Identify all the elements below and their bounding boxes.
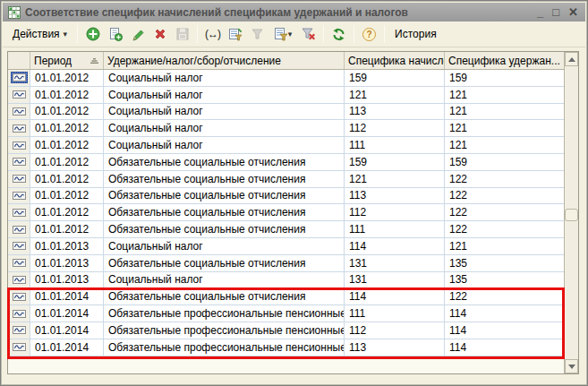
- minimize-button[interactable]: _: [537, 6, 543, 19]
- row-tax-name[interactable]: Обязательные социальные отчисления: [104, 188, 345, 204]
- row-icon-cell[interactable]: [8, 70, 30, 86]
- header-icon-column[interactable]: [8, 52, 30, 69]
- copy-button[interactable]: [104, 23, 126, 45]
- row-spec-deduction[interactable]: 121: [445, 87, 564, 103]
- row-spec-deduction[interactable]: 122: [445, 171, 564, 187]
- row-tax-name[interactable]: Социальный налог: [104, 238, 345, 254]
- table-row[interactable]: 01.01.2013 Обязательные социальные отчис…: [8, 255, 564, 272]
- row-spec-accrual[interactable]: 121: [345, 87, 445, 103]
- help-button[interactable]: ?: [358, 23, 380, 45]
- table-row[interactable]: 01.01.2012 Обязательные социальные отчис…: [8, 204, 564, 221]
- row-period[interactable]: 01.01.2014: [30, 339, 104, 356]
- actions-menu-button[interactable]: Действия ▾: [6, 23, 73, 45]
- row-spec-accrual[interactable]: 113: [345, 188, 445, 204]
- row-tax-name[interactable]: Обязательные профессиональные пенсионные…: [104, 322, 345, 339]
- table-row[interactable]: 01.01.2013 Социальный налог 131 135: [8, 272, 564, 289]
- row-icon-cell[interactable]: [8, 171, 30, 187]
- row-tax-name[interactable]: Социальный налог: [104, 120, 345, 136]
- clear-filter-button[interactable]: [297, 23, 320, 45]
- row-period[interactable]: 01.01.2014: [30, 288, 104, 305]
- row-tax-name[interactable]: Социальный налог: [104, 137, 345, 153]
- row-period[interactable]: 01.01.2012: [30, 87, 104, 103]
- row-tax-name[interactable]: Обязательные профессиональные пенсионные…: [104, 305, 345, 322]
- refresh-button[interactable]: [328, 23, 350, 45]
- row-icon-cell[interactable]: [8, 120, 30, 136]
- row-tax-name[interactable]: Социальный налог: [104, 87, 345, 103]
- row-icon-cell[interactable]: [8, 221, 30, 237]
- row-icon-cell[interactable]: [8, 288, 30, 305]
- header-tax-name[interactable]: Удержание/налог/сбор/отчисление: [104, 52, 345, 69]
- maximize-button[interactable]: □: [552, 6, 559, 19]
- row-icon-cell[interactable]: [8, 204, 30, 220]
- row-period[interactable]: 01.01.2012: [30, 137, 104, 153]
- row-spec-deduction[interactable]: 122: [445, 221, 564, 237]
- row-period[interactable]: 01.01.2012: [30, 154, 104, 170]
- row-tax-name[interactable]: Обязательные социальные отчисления: [104, 255, 345, 271]
- row-icon-cell[interactable]: [8, 238, 30, 254]
- filter-and-sort-button[interactable]: [224, 23, 246, 45]
- table-row[interactable]: 01.01.2014 Обязательные социальные отчис…: [8, 288, 564, 305]
- vertical-scrollbar[interactable]: [564, 52, 578, 373]
- row-spec-accrual[interactable]: 159: [345, 154, 445, 170]
- row-icon-cell[interactable]: [8, 339, 30, 356]
- row-period[interactable]: 01.01.2013: [30, 255, 104, 271]
- table-row[interactable]: 01.01.2012 Социальный налог 113 121: [8, 104, 564, 121]
- row-spec-deduction[interactable]: 121: [445, 238, 564, 254]
- row-tax-name[interactable]: Социальный налог: [104, 104, 345, 120]
- row-spec-deduction[interactable]: 114: [445, 339, 564, 356]
- row-spec-accrual[interactable]: 159: [345, 70, 445, 86]
- row-spec-accrual[interactable]: 112: [345, 120, 445, 136]
- row-spec-deduction[interactable]: 159: [445, 70, 564, 86]
- filter-list-button[interactable]: ▾: [268, 23, 297, 45]
- table-row[interactable]: 01.01.2012 Социальный налог 121 121: [8, 87, 564, 104]
- add-button[interactable]: [81, 23, 104, 45]
- row-spec-deduction[interactable]: 159: [445, 154, 564, 170]
- scrollbar-track[interactable]: [565, 221, 578, 359]
- row-spec-accrual[interactable]: 111: [345, 137, 445, 153]
- row-spec-accrual[interactable]: 131: [345, 255, 445, 271]
- row-spec-accrual[interactable]: 111: [345, 305, 445, 322]
- row-icon-cell[interactable]: [8, 255, 30, 271]
- table-row[interactable]: 01.01.2012 Обязательные социальные отчис…: [8, 171, 564, 188]
- row-period[interactable]: 01.01.2012: [30, 204, 104, 220]
- row-tax-name[interactable]: Социальный налог: [104, 272, 345, 288]
- row-spec-accrual[interactable]: 113: [345, 339, 445, 356]
- row-icon-cell[interactable]: [8, 272, 30, 288]
- header-spec-deduction[interactable]: Специфика удержан...: [445, 52, 564, 69]
- row-spec-accrual[interactable]: 114: [345, 238, 445, 254]
- scrollbar-thumb[interactable]: [565, 209, 578, 221]
- row-icon-cell[interactable]: [8, 87, 30, 103]
- row-tax-name[interactable]: Обязательные социальные отчисления: [104, 154, 345, 170]
- row-period[interactable]: 01.01.2014: [30, 305, 104, 322]
- row-period[interactable]: 01.01.2012: [30, 70, 104, 86]
- table-row[interactable]: 01.01.2012 Обязательные социальные отчис…: [8, 188, 564, 205]
- table-row[interactable]: 01.01.2012 Обязательные социальные отчис…: [8, 154, 564, 171]
- scroll-down-button[interactable]: [565, 359, 578, 373]
- row-period[interactable]: 01.01.2013: [30, 272, 104, 288]
- row-period[interactable]: 01.01.2012: [30, 171, 104, 187]
- date-interval-button[interactable]: (↔): [201, 23, 224, 45]
- row-period[interactable]: 01.01.2012: [30, 120, 104, 136]
- row-icon-cell[interactable]: [8, 322, 30, 339]
- row-period[interactable]: 01.01.2012: [30, 221, 104, 237]
- row-spec-deduction[interactable]: 114: [445, 305, 564, 322]
- row-spec-deduction[interactable]: 121: [445, 137, 564, 153]
- row-period[interactable]: 01.01.2013: [30, 238, 104, 254]
- table-row[interactable]: 01.01.2012 Социальный налог 112 121: [8, 120, 564, 137]
- scroll-up-button[interactable]: [565, 52, 578, 66]
- row-spec-deduction[interactable]: 121: [445, 120, 564, 136]
- row-icon-cell[interactable]: [8, 154, 30, 170]
- row-spec-accrual[interactable]: 111: [345, 221, 445, 237]
- header-spec-accrual[interactable]: Специфика начисле...: [345, 52, 445, 69]
- row-spec-accrual[interactable]: 113: [345, 104, 445, 120]
- save-button[interactable]: [171, 23, 193, 45]
- history-button[interactable]: История: [388, 23, 443, 45]
- row-period[interactable]: 01.01.2012: [30, 104, 104, 120]
- row-spec-deduction[interactable]: 135: [445, 255, 564, 271]
- table-row[interactable]: 01.01.2012 Социальный налог 159 159: [8, 70, 564, 87]
- close-button[interactable]: ✕: [568, 6, 578, 19]
- row-spec-deduction[interactable]: 135: [445, 272, 564, 288]
- header-period[interactable]: Период: [30, 52, 104, 69]
- row-tax-name[interactable]: Обязательные социальные отчисления: [104, 221, 345, 237]
- row-period[interactable]: 01.01.2014: [30, 322, 104, 339]
